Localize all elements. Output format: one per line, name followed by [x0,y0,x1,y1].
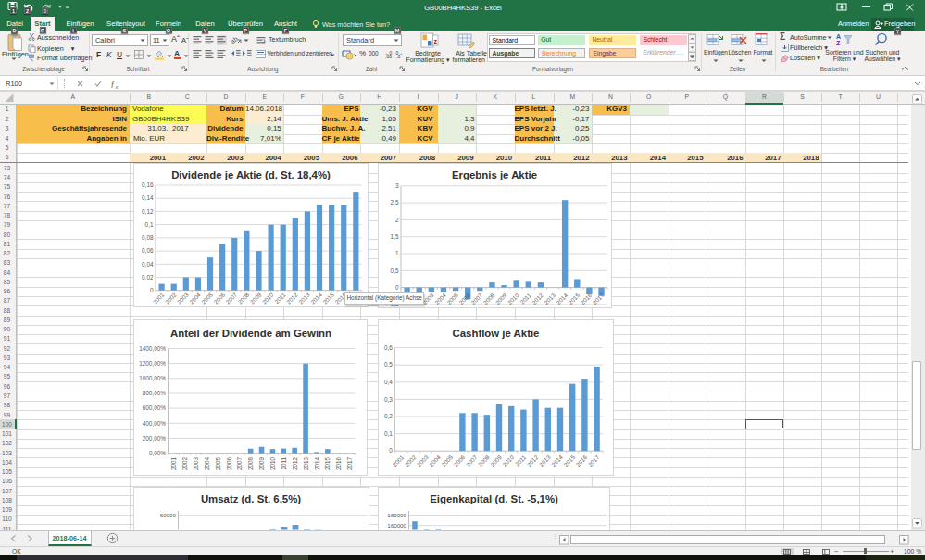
svg-text:f: f [111,80,115,89]
svg-text:0: 0 [389,447,393,454]
svg-text:3: 3 [395,182,399,189]
svg-text:2006: 2006 [452,454,466,467]
svg-text:2014: 2014 [309,291,323,305]
svg-text:0: 0 [395,283,399,290]
svg-text:0,1: 0,1 [384,430,393,437]
svg-text:2014: 2014 [555,291,569,305]
svg-text:Anteil der Dividende am Gewinn: Anteil der Dividende am Gewinn [169,328,331,339]
svg-text:2,5: 2,5 [391,199,399,205]
svg-text:2004: 2004 [203,457,209,471]
svg-text:1: 1 [395,250,399,256]
svg-text:1,5: 1,5 [391,232,399,239]
svg-text:2008: 2008 [247,457,254,471]
svg-text:2003: 2003 [416,454,430,467]
svg-text:0,06: 0,06 [142,247,154,254]
svg-text:2009: 2009 [489,454,503,467]
svg-text:2004: 2004 [187,291,201,305]
svg-text:2002: 2002 [181,457,188,471]
svg-text:2009: 2009 [248,291,262,305]
svg-text:2013: 2013 [543,291,556,305]
svg-text:2010: 2010 [501,454,515,467]
svg-text:2015: 2015 [324,457,331,471]
svg-text:Dividende je Aktie (d. St. 18,: Dividende je Aktie (d. St. 18,4%) [171,169,331,180]
svg-text:2010: 2010 [269,457,276,471]
svg-text:1000,00%: 1000,00% [139,375,166,381]
svg-text:2010: 2010 [506,291,520,305]
svg-text:2017: 2017 [587,454,601,467]
svg-text:x: x [115,83,119,89]
svg-text:1200,00%: 1200,00% [139,360,166,367]
svg-text:2006: 2006 [225,457,231,471]
svg-text:2011: 2011 [273,291,287,305]
svg-text:2017: 2017 [346,457,353,471]
svg-text:2013: 2013 [302,457,308,471]
svg-text:2007: 2007 [236,457,243,471]
svg-text:0,3: 0,3 [384,396,393,403]
svg-text:2007: 2007 [224,291,238,305]
svg-text:ab: ab [231,35,239,44]
svg-text:2007: 2007 [469,291,483,305]
svg-text:2014: 2014 [550,454,564,467]
svg-text:2008: 2008 [477,454,491,467]
svg-text:2011: 2011 [519,291,532,305]
svg-text:2004: 2004 [433,291,447,305]
svg-text:0,4: 0,4 [384,379,393,385]
svg-text:0,14: 0,14 [142,194,154,201]
svg-text:2003: 2003 [175,291,189,305]
svg-text:0: 0 [149,286,153,292]
svg-text:1400,00%: 1400,00% [139,345,166,352]
svg-text:0,02: 0,02 [142,273,154,280]
svg-text:2001: 2001 [151,291,165,305]
svg-text:2011: 2011 [514,454,528,467]
svg-text:200,00%: 200,00% [142,435,166,442]
svg-text:2008: 2008 [236,291,250,305]
svg-text:2016: 2016 [574,454,588,467]
svg-text:0,16: 0,16 [142,181,154,188]
svg-text:2005: 2005 [200,291,214,305]
svg-text:0,12: 0,12 [142,207,154,214]
svg-text:2016: 2016 [335,457,342,471]
svg-text:2012: 2012 [526,454,540,467]
svg-text:2: 2 [395,216,399,222]
svg-text:2006: 2006 [212,291,226,305]
svg-text:0,5: 0,5 [391,267,399,273]
svg-text:2003: 2003 [192,457,198,471]
svg-text:2012: 2012 [531,291,544,305]
svg-text:2005: 2005 [445,291,459,305]
svg-text:2015: 2015 [321,291,335,305]
svg-text:0,00%: 0,00% [148,450,165,456]
svg-text:2013: 2013 [296,291,310,305]
svg-text:Cashflow je Aktie: Cashflow je Aktie [453,328,540,339]
svg-text:2002: 2002 [163,291,177,305]
svg-text:160000: 160000 [387,522,406,529]
svg-text:2014: 2014 [313,457,319,471]
svg-text:2013: 2013 [538,454,552,467]
svg-text:2015: 2015 [567,291,581,305]
svg-text:800,00%: 800,00% [142,390,166,396]
svg-text:2001: 2001 [170,457,177,471]
svg-text:2011: 2011 [280,457,286,470]
svg-text:A: A [836,33,841,40]
svg-text:0,5: 0,5 [384,361,393,367]
svg-text:2001: 2001 [391,454,405,467]
svg-text:Umsatz (d. St. 6,5%): Umsatz (d. St. 6,5%) [200,493,300,504]
svg-text:2007: 2007 [465,454,479,467]
svg-text:2015: 2015 [562,454,576,467]
svg-text:Eigenkapital (d. St. -5,1%): Eigenkapital (d. St. -5,1%) [430,493,558,504]
svg-text:180000: 180000 [387,512,406,518]
svg-text:Z: Z [836,40,841,46]
svg-text:0,04: 0,04 [142,260,154,267]
svg-text:2004: 2004 [428,454,442,467]
svg-text:0,6: 0,6 [384,344,393,351]
svg-text:2009: 2009 [494,291,508,305]
svg-text:z: z [434,38,438,44]
svg-text:2005: 2005 [440,454,454,467]
svg-text:0,08: 0,08 [142,234,154,241]
svg-text:,0: ,0 [396,54,400,59]
svg-text:0,2: 0,2 [384,413,393,419]
svg-text:2008: 2008 [481,291,495,305]
svg-text:0,1: 0,1 [144,220,153,227]
svg-text:Ergebnis je Aktie: Ergebnis je Aktie [452,169,537,180]
svg-text:,00: ,00 [385,54,392,59]
svg-text:400,00%: 400,00% [142,420,166,427]
